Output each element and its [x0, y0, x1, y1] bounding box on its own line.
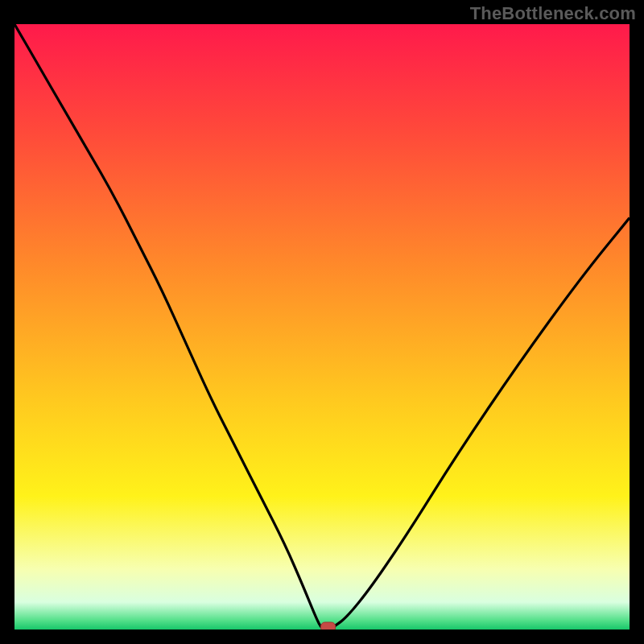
- chart-frame: TheBottleneck.com: [0, 0, 644, 644]
- watermark-text: TheBottleneck.com: [470, 3, 636, 24]
- optimal-point-marker: [321, 622, 336, 630]
- plot-svg: [14, 24, 630, 630]
- gradient-background: [14, 24, 630, 630]
- bottleneck-plot: [14, 24, 630, 630]
